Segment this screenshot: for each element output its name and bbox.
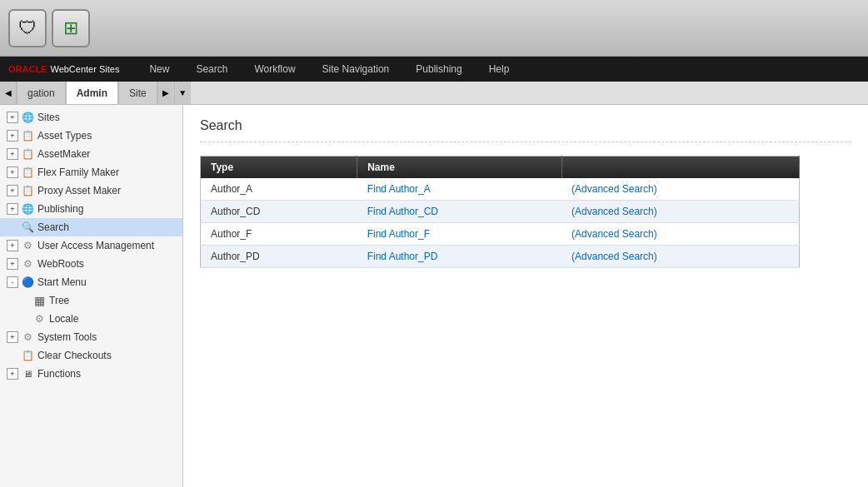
expand-asset-types[interactable]: + bbox=[7, 130, 18, 142]
divider bbox=[200, 142, 851, 142]
tab-admin[interactable]: Admin bbox=[66, 82, 118, 104]
tree-icon: ▦ bbox=[32, 294, 46, 307]
find-author-a[interactable]: Find Author_A bbox=[357, 178, 561, 201]
expand-flex-family-maker[interactable]: + bbox=[7, 166, 18, 178]
sidebar-item-functions[interactable]: + 🖥 Functions bbox=[0, 365, 182, 383]
expand-sites[interactable]: + bbox=[7, 112, 18, 123]
sidebar-item-start-menu[interactable]: - 🔵 Start Menu bbox=[0, 273, 182, 291]
sidebar-label-user-access: User Access Management bbox=[37, 240, 154, 251]
sidebar-label-functions: Functions bbox=[37, 368, 81, 380]
user-access-icon: ⚙ bbox=[21, 239, 34, 252]
advanced-search-author-cd-link[interactable]: (Advanced Search) bbox=[571, 206, 657, 217]
nav-site-navigation[interactable]: Site Navigation bbox=[309, 57, 403, 82]
table-row: Author_CD Find Author_CD (Advanced Searc… bbox=[201, 201, 800, 223]
sidebar-item-clear-checkouts[interactable]: + 📋 Clear Checkouts bbox=[0, 346, 182, 365]
sidebar-item-publishing[interactable]: + 🌐 Publishing bbox=[0, 200, 182, 218]
nav-workflow[interactable]: Workflow bbox=[241, 57, 308, 82]
advanced-search-author-a-link[interactable]: (Advanced Search) bbox=[571, 183, 657, 195]
sidebar-label-asset-types: Asset Types bbox=[37, 130, 92, 142]
tab-nav-right[interactable]: ▶ bbox=[157, 82, 174, 104]
search-results-table: Type Name Author_A Find Author_A (Advanc… bbox=[200, 156, 800, 268]
nav-help[interactable]: Help bbox=[476, 57, 523, 82]
sidebar-label-assetmaker: AssetMaker bbox=[37, 148, 90, 160]
advanced-search-author-pd-link[interactable]: (Advanced Search) bbox=[571, 251, 657, 262]
advanced-search-author-cd[interactable]: (Advanced Search) bbox=[561, 201, 799, 223]
brand-oracle: ORACLE bbox=[8, 64, 47, 74]
expand-start-menu[interactable]: - bbox=[7, 276, 18, 288]
assetmaker-icon: 📋 bbox=[21, 147, 34, 161]
col-name: Name bbox=[357, 157, 561, 179]
expand-functions[interactable]: + bbox=[7, 368, 18, 380]
type-author-pd: Author_PD bbox=[201, 246, 357, 268]
proxy-asset-maker-icon: 📋 bbox=[21, 184, 34, 197]
sidebar-item-user-access[interactable]: + ⚙ User Access Management bbox=[0, 236, 182, 255]
search-icon: 🔍 bbox=[21, 221, 34, 234]
find-author-pd-link[interactable]: Find Author_PD bbox=[367, 251, 438, 262]
sidebar-label-webroots: WebRoots bbox=[37, 258, 84, 270]
find-author-cd[interactable]: Find Author_CD bbox=[357, 201, 561, 223]
functions-icon: 🖥 bbox=[21, 367, 34, 380]
sidebar-item-tree[interactable]: + ▦ Tree bbox=[0, 291, 182, 310]
find-author-f[interactable]: Find Author_F bbox=[357, 223, 561, 246]
brand-webcenter: WebCenter Sites bbox=[50, 64, 119, 74]
table-row: Author_F Find Author_F (Advanced Search) bbox=[201, 223, 800, 246]
sidebar-item-search[interactable]: + 🔍 Search bbox=[0, 218, 182, 236]
find-author-pd[interactable]: Find Author_PD bbox=[357, 246, 561, 268]
toolbar-btn-grid[interactable]: ⊞ bbox=[52, 9, 90, 47]
find-author-f-link[interactable]: Find Author_F bbox=[367, 228, 430, 240]
nav-publishing[interactable]: Publishing bbox=[402, 57, 475, 82]
advanced-search-author-pd[interactable]: (Advanced Search) bbox=[561, 246, 799, 268]
content-area: Search Type Name Author_A Find Author_A … bbox=[183, 105, 868, 487]
shield-icon: 🛡 bbox=[18, 17, 37, 39]
sidebar-label-sites: Sites bbox=[37, 112, 60, 123]
table-row: Author_PD Find Author_PD (Advanced Searc… bbox=[201, 246, 800, 268]
sidebar-label-flex-family-maker: Flex Family Maker bbox=[37, 166, 119, 178]
webroots-icon: ⚙ bbox=[21, 257, 34, 271]
expand-user-access[interactable]: + bbox=[7, 240, 18, 251]
advanced-search-author-f-link[interactable]: (Advanced Search) bbox=[571, 228, 657, 240]
sidebar-item-system-tools[interactable]: + ⚙ System Tools bbox=[0, 328, 182, 346]
main-layout: + 🌐 Sites + 📋 Asset Types + 📋 AssetMaker… bbox=[0, 105, 868, 487]
nav-bar: ORACLE WebCenter Sites New Search Workfl… bbox=[0, 57, 868, 82]
sidebar-item-assetmaker[interactable]: + 📋 AssetMaker bbox=[0, 145, 182, 163]
tab-bar: ◀ gation Admin Site ▶ ▼ bbox=[0, 82, 868, 105]
expand-publishing[interactable]: + bbox=[7, 203, 18, 215]
advanced-search-author-f[interactable]: (Advanced Search) bbox=[561, 223, 799, 246]
sidebar-label-search: Search bbox=[37, 221, 69, 233]
find-author-cd-link[interactable]: Find Author_CD bbox=[367, 206, 438, 217]
expand-assetmaker[interactable]: + bbox=[7, 148, 18, 160]
nav-search[interactable]: Search bbox=[182, 57, 241, 82]
expand-webroots[interactable]: + bbox=[7, 258, 18, 270]
top-toolbar: 🛡 ⊞ bbox=[0, 0, 868, 57]
locale-icon: ⚙ bbox=[32, 312, 46, 325]
col-actions bbox=[561, 157, 799, 179]
sidebar-item-asset-types[interactable]: + 📋 Asset Types bbox=[0, 127, 182, 145]
tab-dropdown[interactable]: ▼ bbox=[174, 82, 191, 104]
page-title: Search bbox=[200, 118, 851, 133]
advanced-search-author-a[interactable]: (Advanced Search) bbox=[561, 178, 799, 201]
toolbar-btn-shield[interactable]: 🛡 bbox=[8, 9, 47, 47]
sidebar-item-sites[interactable]: + 🌐 Sites bbox=[0, 108, 182, 127]
tab-gation[interactable]: gation bbox=[17, 82, 66, 104]
sites-icon: 🌐 bbox=[21, 111, 34, 124]
asset-types-icon: 📋 bbox=[21, 129, 34, 142]
flex-family-maker-icon: 📋 bbox=[21, 166, 34, 179]
clear-checkouts-icon: 📋 bbox=[21, 349, 34, 362]
sidebar: + 🌐 Sites + 📋 Asset Types + 📋 AssetMaker… bbox=[0, 105, 183, 487]
col-type: Type bbox=[201, 157, 357, 179]
find-author-a-link[interactable]: Find Author_A bbox=[367, 183, 431, 195]
nav-new[interactable]: New bbox=[136, 57, 182, 82]
sidebar-item-webroots[interactable]: + ⚙ WebRoots bbox=[0, 255, 182, 273]
sidebar-item-proxy-asset-maker[interactable]: + 📋 Proxy Asset Maker bbox=[0, 181, 182, 200]
sidebar-item-locale[interactable]: + ⚙ Locale bbox=[0, 310, 182, 328]
sidebar-label-proxy-asset-maker: Proxy Asset Maker bbox=[37, 185, 121, 196]
type-author-cd: Author_CD bbox=[201, 201, 357, 223]
system-tools-icon: ⚙ bbox=[21, 330, 34, 344]
tab-site[interactable]: Site bbox=[118, 82, 157, 104]
tab-nav-left[interactable]: ◀ bbox=[0, 82, 17, 104]
expand-proxy-asset-maker[interactable]: + bbox=[7, 185, 18, 196]
sidebar-item-flex-family-maker[interactable]: + 📋 Flex Family Maker bbox=[0, 163, 182, 181]
type-author-a: Author_A bbox=[201, 178, 357, 201]
expand-system-tools[interactable]: + bbox=[7, 331, 18, 343]
sidebar-label-publishing: Publishing bbox=[37, 203, 83, 215]
